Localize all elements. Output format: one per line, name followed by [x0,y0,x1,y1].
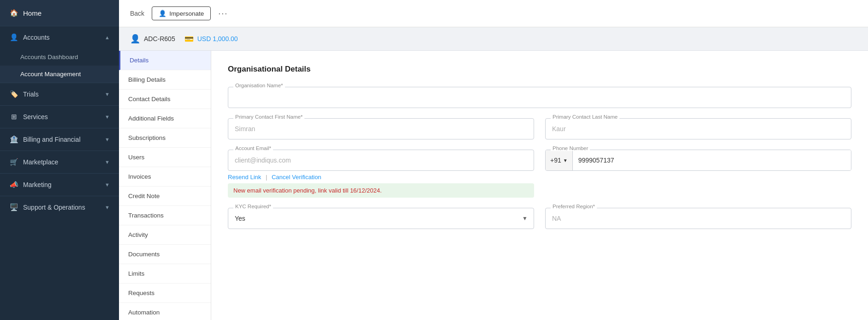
side-nav-item-activity[interactable]: Activity [119,225,211,245]
account-balance-value: USD 1,000.00 [197,35,238,42]
sidebar-section-label-marketing: Marketing [23,181,51,188]
side-nav-item-automation[interactable]: Automation [119,303,211,320]
topbar: Back 👤 Impersonate ··· [119,0,868,27]
support-icon: 🖥️ [9,203,18,212]
side-nav-item-billing-details[interactable]: Billing Details [119,70,211,90]
phone-input-wrapper: +91 ▼ [545,150,851,171]
impersonate-label: Impersonate [169,10,204,17]
sidebar-section-label-accounts: Accounts [23,34,50,41]
chevron-down-icon-support: ▼ [105,205,110,210]
side-nav-item-limits[interactable]: Limits [119,264,211,284]
chevron-down-icon-marketplace: ▼ [105,159,110,165]
sidebar-section-header-trials[interactable]: 🏷️ Trials ▼ [0,83,119,105]
sidebar-section-accounts: 👤 Accounts ▲ Accounts Dashboard Account … [0,26,119,83]
resend-link[interactable]: Resend Link [228,174,261,181]
chevron-down-icon-marketing: ▼ [105,182,110,187]
services-icon: ⊞ [9,112,18,121]
side-nav-item-contact-details[interactable]: Contact Details [119,90,211,109]
side-nav-item-users[interactable]: Users [119,148,211,167]
sidebar-section-header-accounts[interactable]: 👤 Accounts ▲ [0,26,119,48]
account-id-display: 👤 ADC-R605 [130,34,175,44]
side-nav: Details Billing Details Contact Details … [119,51,211,320]
marketplace-icon: 🛒 [9,157,18,167]
primary-last-name-field: Primary Contact Last Name [545,118,851,139]
phone-prefix: +91 ▼ [546,150,573,170]
back-button[interactable]: Back [130,10,144,17]
sidebar-section-label-marketplace: Marketplace [23,158,58,166]
phone-prefix-chevron: ▼ [563,158,568,163]
wallet-icon: 💳 [184,35,194,43]
sidebar-section-label-billing: Billing and Financial [23,136,81,143]
side-nav-item-credit-note[interactable]: Credit Note [119,187,211,206]
account-id-value: ADC-R605 [144,35,175,42]
form-area: Organisational Details Organisation Name… [211,51,868,320]
form-section-title: Organisational Details [228,65,851,74]
phone-field: Phone Number +91 ▼ [545,150,851,198]
kyc-select[interactable]: Yes No [228,208,534,229]
kyc-label: KYC Required* [233,204,273,209]
chevron-down-icon: ▼ [105,91,110,97]
account-email-field: Account Email* Resend Link | Cancel Veri… [228,150,534,198]
kyc-region-row: KYC Required* Yes No ▼ Preferred Region* [228,208,851,229]
primary-first-name-label: Primary Contact First Name* [233,114,304,120]
phone-prefix-value: +91 [550,157,561,164]
chevron-down-icon-services: ▼ [105,114,110,120]
sidebar-section-label-services: Services [23,113,48,121]
phone-label: Phone Number [551,145,590,151]
primary-last-name-input[interactable] [545,118,851,139]
preferred-region-input[interactable] [545,208,851,229]
account-email-input[interactable] [228,150,534,171]
sidebar-home[interactable]: 🏠 Home [0,0,119,26]
kyc-field: KYC Required* Yes No ▼ [228,208,534,229]
account-person-icon: 👤 [130,34,140,44]
sidebar-home-label: Home [23,9,42,17]
sidebar-section-header-support[interactable]: 🖥️ Support & Operations ▼ [0,196,119,218]
org-name-field: Organisation Name* [228,87,851,108]
sidebar-section-header-services[interactable]: ⊞ Services ▼ [0,106,119,128]
more-options-button[interactable]: ··· [218,9,228,18]
email-phone-row: Account Email* Resend Link | Cancel Veri… [228,150,851,198]
sidebar-section-header-marketplace[interactable]: 🛒 Marketplace ▼ [0,151,119,173]
person-icon: 👤 [159,10,166,17]
org-name-input[interactable] [228,87,851,108]
sidebar-section-billing: 🏦 Billing and Financial ▼ [0,128,119,151]
side-nav-item-additional-fields[interactable]: Additional Fields [119,109,211,128]
sidebar-section-header-billing[interactable]: 🏦 Billing and Financial ▼ [0,128,119,151]
sidebar-item-accounts-dashboard[interactable]: Accounts Dashboard [0,48,119,66]
trials-icon: 🏷️ [9,90,18,99]
sidebar-section-header-marketing[interactable]: 📣 Marketing ▼ [0,174,119,196]
phone-number-input[interactable] [573,150,851,170]
primary-first-name-input[interactable] [228,118,534,139]
preferred-region-label: Preferred Region* [551,204,597,209]
sidebar-item-account-management[interactable]: Account Management [0,66,119,83]
chevron-up-icon: ▲ [105,35,110,40]
sidebar-section-marketing: 📣 Marketing ▼ [0,173,119,196]
chevron-down-icon-billing: ▼ [105,137,110,142]
sidebar-section-label-support: Support & Operations [23,204,85,211]
cancel-verification-link[interactable]: Cancel Verification [272,174,321,181]
org-name-label: Organisation Name* [233,83,285,88]
side-nav-item-invoices[interactable]: Invoices [119,167,211,187]
side-nav-item-transactions[interactable]: Transactions [119,206,211,225]
org-name-row: Organisation Name* [228,87,851,108]
billing-icon: 🏦 [9,135,18,144]
sidebar-section-trials: 🏷️ Trials ▼ [0,83,119,105]
kyc-select-wrapper: Yes No ▼ [228,208,534,229]
account-balance-display: 💳 USD 1,000.00 [184,35,238,43]
marketing-icon: 📣 [9,180,18,189]
side-nav-item-details[interactable]: Details [119,51,211,70]
side-nav-item-documents[interactable]: Documents [119,245,211,264]
sidebar-section-label-trials: Trials [23,91,39,98]
account-header: 👤 ADC-R605 💳 USD 1,000.00 [119,27,868,51]
impersonate-button[interactable]: 👤 Impersonate [152,6,211,20]
sidebar-section-support: 🖥️ Support & Operations ▼ [0,196,119,218]
accounts-icon: 👤 [9,33,18,42]
content-area: Details Billing Details Contact Details … [119,51,868,320]
sidebar-section-services: ⊞ Services ▼ [0,105,119,128]
home-icon: 🏠 [9,8,18,18]
side-nav-item-subscriptions[interactable]: Subscriptions [119,128,211,148]
primary-last-name-label: Primary Contact Last Name [551,114,619,120]
side-nav-item-requests[interactable]: Requests [119,284,211,303]
separator: | [266,174,267,181]
account-email-label: Account Email* [233,145,273,151]
